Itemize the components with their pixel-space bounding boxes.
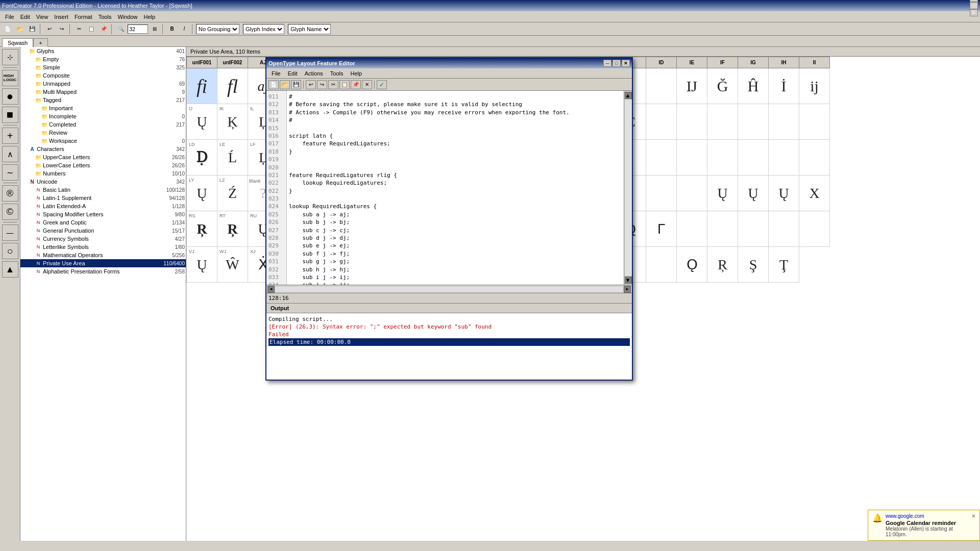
ot-redo-btn[interactable]: ↪ [317,80,327,89]
cell-II-r5[interactable] [799,211,830,247]
zoom-in-button[interactable]: 🔍 [115,23,127,35]
sidebar-item-currency[interactable]: N Currency Symbols 4/27 [20,235,186,243]
sidebar-item-alphabetic[interactable]: N Alphabetic Presentation Forms 2/58 [20,267,186,276]
bold-button[interactable]: B [166,23,178,35]
menu-insert[interactable]: Insert [51,13,71,21]
undo-button[interactable]: ↩ [44,23,55,35]
cell-LY[interactable]: LY Ų [187,176,217,211]
cell-IH-r4[interactable]: Ų [769,176,799,211]
ot-copy-btn[interactable]: 📋 [339,80,350,89]
ot-minimize-button[interactable]: ─ [603,60,611,67]
menu-format[interactable]: Format [71,13,95,21]
ot-verify-btn[interactable]: ✓ [377,80,387,89]
save-button[interactable]: 💾 [27,23,38,35]
cell-ID-r5[interactable]: Г [646,211,677,247]
cell-ID-r6[interactable] [646,247,677,283]
sidebar-item-characters[interactable]: A Characters 342 [20,145,186,153]
grouping-select[interactable]: No Grouping [196,24,239,34]
tool-high[interactable]: HIGHLOGIC [2,70,18,86]
new-button[interactable]: 📄 [2,23,13,35]
sidebar-item-math-operators[interactable]: N Mathematical Operators 5/256 [20,251,186,259]
cell-IG-r2[interactable] [738,104,769,140]
cell-LZ[interactable]: LZ Ź [217,176,248,211]
cell-IH-r5[interactable] [769,211,799,247]
cell-IH-r3[interactable] [769,140,799,176]
cell-IE-r3[interactable] [677,140,707,176]
cell-WJ[interactable]: WJ Ŵ [217,247,248,283]
tool-triangle[interactable]: ▲ [2,261,18,278]
cell-II-r2[interactable] [799,104,830,140]
sidebar-item-multimapped[interactable]: 📁 Multi Mapped 9 [20,88,186,96]
ot-open-btn[interactable]: 📂 [280,80,290,89]
sidebar-item-letterlike[interactable]: N Letterlike Symbols 1/80 [20,243,186,251]
sidebar-item-tagged[interactable]: 📁 Tagged 217 [20,96,186,104]
ot-cut-btn[interactable]: ✂ [328,80,338,89]
cell-LD[interactable]: LD Ḍ [187,140,217,176]
tool-circle-r[interactable]: ® [2,185,18,202]
tool-caret[interactable]: ∧ [2,146,18,162]
sidebar-item-composite[interactable]: 📁 Composite [20,71,186,80]
cell-II-r4[interactable]: X [799,176,830,211]
cell-IE-r4[interactable] [677,176,707,211]
font-size-input[interactable]: 32 [128,24,148,34]
ot-paste-btn[interactable]: 📌 [351,80,361,89]
tool-dash[interactable]: — [2,224,18,241]
cell-IF-r2[interactable] [707,104,738,140]
cell-LE[interactable]: LE Ĺ [217,140,248,176]
cell-IE-r6[interactable]: Ǫ [677,247,707,283]
cell-uniF001[interactable]: fi [187,68,217,104]
cell-IF-r5[interactable] [707,211,738,247]
cell-IG-r1[interactable]: Ĥ [738,68,769,104]
cell-IF-r4[interactable]: Ų [707,176,738,211]
sidebar-item-latin1-supplement[interactable]: N Latin-1 Supplement 94/128 [20,194,186,202]
menu-tools[interactable]: Tools [95,13,115,21]
sidebar-item-latin-extended-a[interactable]: N Latin Extended-A 1/128 [20,202,186,210]
tool-circle-c[interactable]: © [2,204,18,220]
tool-circle[interactable]: ● [2,88,18,105]
cell-ID-r2[interactable] [646,104,677,140]
sidebar-item-numbers[interactable]: 📁 Numbers 10/10 [20,169,186,178]
tool-tilde[interactable]: ∼ [2,164,18,181]
cell-IJ-r2[interactable]: IJ Ų [187,104,217,140]
cell-ID-r3[interactable] [646,140,677,176]
ot-menu-tools[interactable]: Tools [327,69,347,78]
cell-IE-r1[interactable]: Ĳ [677,68,707,104]
sidebar-item-basic-latin[interactable]: N Basic Latin 100/128 [20,186,186,194]
cell-IG-r5[interactable] [738,211,769,247]
menu-window[interactable]: Window [114,13,140,21]
sidebar-item-greek[interactable]: N Greek and Coptic 1/134 [20,218,186,227]
cell-IH-r1[interactable]: İ [769,68,799,104]
ot-maximize-button[interactable]: □ [612,60,621,67]
open-button[interactable]: 📂 [14,23,26,35]
tool-empty-circle[interactable]: ○ [2,243,18,259]
sidebar-item-uppercase[interactable]: 📁 UpperCase Letters 26/26 [20,153,186,161]
cell-II-r1[interactable]: ĳ [799,68,830,104]
italic-button[interactable]: I [179,23,190,35]
paste-button[interactable]: 📌 [98,23,109,35]
cell-IG-r4[interactable]: Ų [738,176,769,211]
cell-IF-r3[interactable] [707,140,738,176]
sidebar-item-unmapped[interactable]: 📁 Unmapped 69 [20,80,186,88]
sidebar-item-private-use[interactable]: N Private Use Area 110/6400 [20,259,186,267]
cell-uniF002[interactable]: fl [217,68,248,104]
cell-ID-r1[interactable] [646,68,677,104]
notif-close-button[interactable]: ✕ [971,513,975,519]
ot-undo-btn[interactable]: ↩ [306,80,316,89]
maximize-button[interactable]: □ [970,2,978,9]
ot-menu-edit[interactable]: Edit [285,69,301,78]
cell-ID-r4[interactable] [646,176,677,211]
cell-IH-r2[interactable] [769,104,799,140]
tool-select[interactable]: ⊹ [2,49,18,65]
sort-select[interactable]: Glyph Index [243,24,284,34]
tool-square[interactable]: ■ [2,107,18,123]
close-button[interactable]: ✕ [970,9,978,16]
cell-IF-r6[interactable]: Ŗ [707,247,738,283]
ot-delete-btn[interactable]: ✕ [362,80,372,89]
cut-button[interactable]: ✂ [74,23,85,35]
ot-menu-help[interactable]: Help [347,69,365,78]
cell-IE-r5[interactable] [677,211,707,247]
cell-RT[interactable]: RT Ŗ [217,211,248,247]
ot-menu-file[interactable]: File [268,69,284,78]
menu-edit[interactable]: Edit [17,13,33,21]
sidebar-item-lowercase[interactable]: 📁 LowerCase Letters 26/26 [20,161,186,169]
